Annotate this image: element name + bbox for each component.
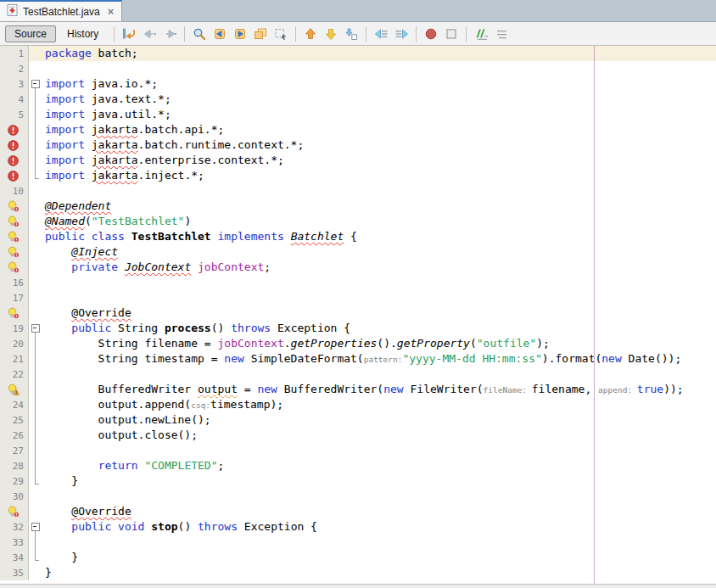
history-view-button[interactable]: History [58, 25, 108, 42]
code-text[interactable] [45, 367, 716, 382]
line-number[interactable]: 21 [0, 351, 29, 367]
code-text[interactable] [45, 290, 716, 305]
fold-margin[interactable] [29, 76, 45, 92]
code-text[interactable] [45, 443, 716, 458]
previous-occurrence-button[interactable] [210, 25, 229, 43]
code-text[interactable]: output.append(csq:timestamp); [45, 397, 716, 412]
lightbulb-error-icon[interactable] [0, 214, 29, 229]
code-text[interactable]: public class TestBatchlet implements Bat… [45, 229, 716, 244]
lightbulb-error-icon[interactable] [0, 504, 29, 519]
error-icon[interactable] [0, 137, 29, 153]
record-macro-button[interactable] [422, 25, 440, 43]
code-text[interactable] [45, 275, 716, 290]
code-text[interactable]: import jakarta.enterprise.context.*; [45, 153, 716, 168]
lightbulb-error-icon[interactable] [0, 305, 29, 321]
code-text[interactable]: } [45, 565, 716, 580]
code-text[interactable] [45, 535, 716, 550]
line-number[interactable]: 29 [0, 473, 29, 489]
line-number[interactable]: 3 [0, 76, 29, 92]
shift-left-button[interactable] [372, 25, 390, 43]
line-number[interactable]: 5 [0, 107, 29, 122]
code-text[interactable]: import java.text.*; [45, 92, 716, 107]
error-icon[interactable] [0, 168, 29, 183]
line-number[interactable]: 26 [0, 428, 29, 443]
fold-margin [29, 489, 45, 504]
find-selection-button[interactable] [190, 25, 209, 43]
line-number[interactable]: 34 [0, 550, 29, 565]
move-down-button[interactable] [322, 25, 340, 43]
toggle-highlight-button[interactable] [251, 25, 270, 43]
code-text[interactable]: import java.util.*; [45, 107, 716, 122]
line-number[interactable]: 4 [0, 92, 29, 107]
line-number[interactable]: 19 [0, 321, 29, 336]
back-button[interactable] [140, 25, 159, 43]
code-text[interactable]: @Inject [45, 244, 716, 260]
line-number[interactable]: 28 [0, 458, 29, 473]
code-text[interactable]: package batch; [45, 46, 716, 61]
line-number[interactable]: 10 [0, 183, 29, 199]
line-number[interactable]: 22 [0, 367, 29, 382]
fold-collapse-box[interactable] [31, 523, 40, 531]
code-text[interactable]: public void stop() throws Exception { [45, 519, 716, 535]
tab-close-icon[interactable]: × [108, 6, 115, 17]
fold-margin[interactable] [29, 321, 45, 336]
move-up-button[interactable] [301, 25, 320, 43]
line-number[interactable]: 35 [0, 565, 29, 580]
code-editor[interactable]: 1package batch;23import java.io.*;4impor… [0, 46, 716, 584]
code-text[interactable]: BufferedWriter output = new BufferedWrit… [45, 382, 716, 397]
line-number[interactable]: 24 [0, 397, 29, 412]
duplicate-selection-button[interactable] [342, 25, 361, 43]
fold-margin[interactable] [29, 519, 45, 535]
lightbulb-error-icon[interactable] [0, 260, 29, 275]
lightbulb-error-icon[interactable] [0, 244, 29, 260]
code-text[interactable]: import jakarta.batch.runtime.context.*; [45, 137, 716, 153]
fold-collapse-box[interactable] [31, 80, 40, 88]
next-occurrence-button[interactable] [231, 25, 249, 43]
code-text[interactable]: import jakarta.inject.*; [45, 168, 716, 183]
line-number[interactable]: 27 [0, 443, 29, 458]
code-text[interactable]: @Override [45, 504, 716, 519]
line-number[interactable]: 32 [0, 519, 29, 535]
forward-button[interactable] [160, 25, 179, 43]
code-text[interactable]: } [45, 550, 716, 565]
code-text[interactable]: private JobContext jobContext; [45, 260, 716, 275]
lightbulb-error-icon[interactable] [0, 199, 29, 214]
code-text[interactable]: } [45, 473, 716, 489]
code-text[interactable]: import jakarta.batch.api.*; [45, 122, 716, 137]
uncomment-button[interactable] [492, 25, 511, 43]
code-text[interactable]: @Named("TestBatchlet") [45, 214, 716, 229]
code-text[interactable]: @Dependent [45, 199, 716, 214]
code-text[interactable]: return "COMPLETED"; [45, 458, 716, 473]
code-text[interactable]: public String process() throws Exception… [45, 321, 716, 336]
stop-macro-button[interactable] [442, 25, 461, 43]
code-text[interactable] [45, 183, 716, 199]
error-icon[interactable] [0, 122, 29, 137]
lightbulb-warning-icon[interactable] [0, 382, 29, 397]
code-text[interactable]: @Override [45, 305, 716, 321]
code-text[interactable] [45, 61, 716, 76]
source-view-button[interactable]: Source [5, 25, 56, 42]
code-text[interactable]: String filename = jobContext.getProperti… [45, 336, 716, 351]
last-edit-location-button[interactable] [120, 25, 138, 43]
code-text[interactable]: output.close(); [45, 428, 716, 443]
code-text[interactable]: String timestamp = new SimpleDateFormat(… [45, 351, 716, 367]
line-number[interactable]: 17 [0, 290, 29, 305]
code-text[interactable] [45, 489, 716, 504]
line-number[interactable]: 20 [0, 336, 29, 351]
code-text[interactable]: import java.io.*; [45, 76, 716, 92]
line-number[interactable]: 33 [0, 535, 29, 550]
line-number[interactable]: 25 [0, 412, 29, 428]
lightbulb-error-icon[interactable] [0, 229, 29, 244]
line-number[interactable]: 16 [0, 275, 29, 290]
tab-testbatchlet[interactable]: TestBatchlet.java × [0, 0, 122, 21]
line-number[interactable]: 30 [0, 489, 29, 504]
code-text[interactable]: output.newLine(); [45, 412, 716, 428]
horizontal-scrollbar[interactable] [0, 584, 716, 588]
line-number[interactable]: 1 [0, 46, 29, 61]
fold-collapse-box[interactable] [31, 324, 40, 333]
shift-right-button[interactable] [392, 25, 411, 43]
error-icon[interactable] [0, 153, 29, 168]
comment-button[interactable] [472, 25, 490, 43]
rectangular-selection-button[interactable] [271, 25, 290, 43]
line-number[interactable]: 2 [0, 61, 29, 76]
